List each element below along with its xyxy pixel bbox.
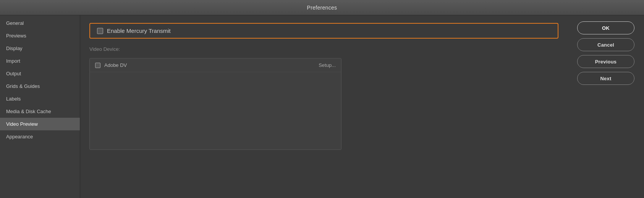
sidebar-item-display[interactable]: Display — [0, 42, 80, 55]
sidebar-item-previews[interactable]: Previews — [0, 29, 80, 42]
window-title: Preferences — [307, 5, 337, 11]
previous-button[interactable]: Previous — [577, 55, 634, 68]
mercury-transmit-label: Enable Mercury Transmit — [107, 28, 171, 34]
title-bar: Preferences — [0, 0, 644, 15]
sidebar-item-media-disk-cache[interactable]: Media & Disk Cache — [0, 105, 80, 118]
mercury-transmit-box[interactable]: Enable Mercury Transmit — [89, 23, 558, 39]
content-area: Enable Mercury Transmit Video Device: Ad… — [80, 15, 568, 198]
adobe-dv-checkbox[interactable] — [95, 63, 100, 68]
main-layout: General Previews Display Import Output G… — [0, 15, 644, 198]
device-list-box: Adobe DV Setup... — [89, 58, 341, 150]
buttons-panel: OK Cancel Previous Next — [568, 15, 644, 198]
next-button[interactable]: Next — [577, 72, 634, 85]
sidebar-item-output[interactable]: Output — [0, 67, 80, 80]
device-name: Adobe DV — [104, 62, 127, 68]
setup-button[interactable]: Setup... — [319, 62, 336, 68]
sidebar-item-grids-guides[interactable]: Grids & Guides — [0, 80, 80, 93]
cancel-button[interactable]: Cancel — [577, 38, 634, 51]
table-row: Adobe DV Setup... — [90, 58, 341, 72]
sidebar-item-appearance[interactable]: Appearance — [0, 130, 80, 143]
mercury-transmit-checkbox[interactable] — [97, 28, 103, 34]
sidebar-item-general[interactable]: General — [0, 17, 80, 29]
ok-button[interactable]: OK — [577, 21, 634, 34]
video-device-label: Video Device: — [89, 46, 558, 52]
sidebar-item-video-preview[interactable]: Video Preview — [0, 118, 80, 130]
sidebar-item-labels[interactable]: Labels — [0, 93, 80, 105]
sidebar: General Previews Display Import Output G… — [0, 15, 80, 198]
device-row-left: Adobe DV — [95, 62, 127, 68]
sidebar-item-import[interactable]: Import — [0, 55, 80, 67]
